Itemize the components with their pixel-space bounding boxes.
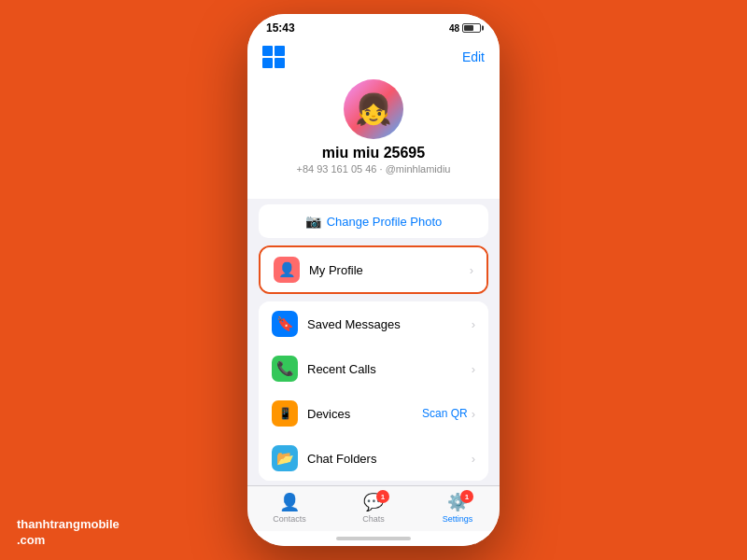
chevron-right-icon: › <box>472 362 475 376</box>
devices-icon: 📱 <box>272 400 298 427</box>
camera-icon: 📷 <box>305 214 321 229</box>
profile-username: · @minhlamidiu <box>380 163 451 175</box>
chat-folders-label: Chat Folders <box>307 452 472 466</box>
avatar-section: 👧 miu miu 25695 +84 93 161 05 46 · @minh… <box>262 79 485 175</box>
menu-item-chat-folders[interactable]: 📂 Chat Folders › <box>259 436 488 481</box>
chevron-right-icon: › <box>472 317 475 331</box>
qr-icon[interactable] <box>262 46 285 68</box>
tab-contacts[interactable]: 👤 Contacts <box>247 492 331 524</box>
profile-name: miu miu 25695 <box>322 145 425 161</box>
battery-percent: 48 <box>449 23 459 34</box>
menu-item-saved-messages[interactable]: 🔖 Saved Messages › <box>259 301 488 346</box>
menu-item-devices[interactable]: 📱 Devices Scan QR › <box>259 391 488 436</box>
scroll-content[interactable]: Edit 👧 miu miu 25695 +84 93 161 05 46 · … <box>247 38 500 485</box>
header-actions: Edit <box>262 46 485 68</box>
chevron-right-icon: › <box>470 263 473 277</box>
contacts-tab-label: Contacts <box>273 514 306 524</box>
contacts-tab-icon: 👤 <box>279 492 300 512</box>
avatar-emoji: 👧 <box>355 91 392 127</box>
menu-item-my-profile[interactable]: 👤 My Profile › <box>261 247 486 292</box>
menu-item-recent-calls[interactable]: 📞 Recent Calls › <box>259 346 488 391</box>
tab-chats[interactable]: 1 💬 Chats <box>331 492 416 524</box>
battery-icon <box>462 23 481 33</box>
profile-details: +84 93 161 05 46 · @minhlamidiu <box>297 163 451 175</box>
phone-frame: 15:43 48 Edit 👧 <box>247 14 500 546</box>
chat-folders-icon: 📂 <box>272 445 298 471</box>
avatar[interactable]: 👧 <box>344 79 403 139</box>
chevron-right-icon: › <box>472 407 475 421</box>
home-indicator <box>247 531 500 546</box>
settings-badge: 1 <box>460 490 473 503</box>
recent-calls-label: Recent Calls <box>307 362 472 376</box>
tab-settings[interactable]: 1 ⚙️ Settings <box>416 492 500 524</box>
profile-section: 👤 My Profile › <box>259 245 488 294</box>
home-bar <box>336 537 411 540</box>
profile-icon: 👤 <box>274 257 300 283</box>
time: 15:43 <box>266 21 295 35</box>
tab-bar: 👤 Contacts 1 💬 Chats 1 ⚙️ Settings <box>247 485 500 531</box>
devices-label: Devices <box>307 407 422 421</box>
profile-header: Edit 👧 miu miu 25695 +84 93 161 05 46 · … <box>247 38 500 199</box>
chats-tab-label: Chats <box>362 514 385 524</box>
profile-phone: +84 93 161 05 46 <box>297 163 377 175</box>
watermark: thanhtrangmobile .com <box>17 517 120 549</box>
battery-indicator: 48 <box>449 23 481 34</box>
settings-tab-label: Settings <box>443 514 473 524</box>
change-profile-photo-button[interactable]: 📷 Change Profile Photo <box>259 204 488 238</box>
recent-calls-icon: 📞 <box>272 356 298 382</box>
change-photo-label: Change Profile Photo <box>327 215 443 229</box>
scan-qr-label: Scan QR <box>422 407 468 420</box>
chats-badge: 1 <box>376 490 389 503</box>
tools-section: 🔖 Saved Messages › 📞 Recent Calls › 📱 De… <box>259 301 488 481</box>
saved-messages-icon: 🔖 <box>272 311 298 337</box>
saved-messages-label: Saved Messages <box>307 317 472 331</box>
status-bar: 15:43 48 <box>247 14 500 38</box>
my-profile-label: My Profile <box>309 263 470 277</box>
edit-button[interactable]: Edit <box>462 49 485 64</box>
chevron-right-icon: › <box>472 452 475 466</box>
